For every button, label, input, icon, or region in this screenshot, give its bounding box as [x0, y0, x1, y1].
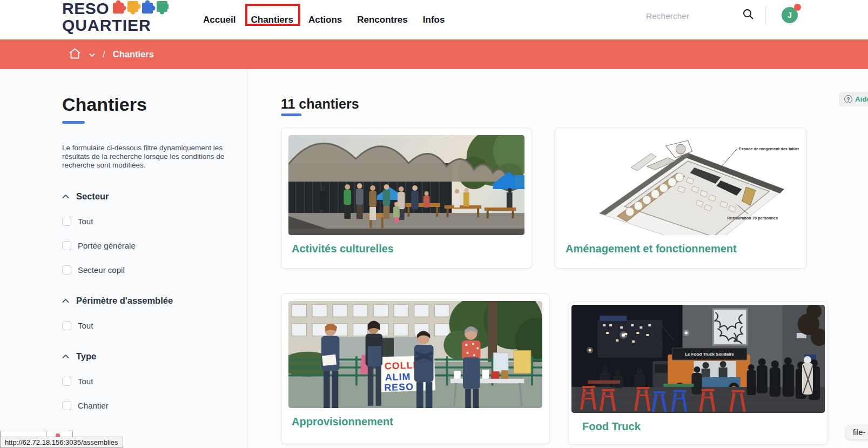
- filter-header-perimetre[interactable]: Périmètre d'assemblée: [62, 296, 225, 306]
- filter-description: Le formulaire ci-dessous filtre dynamiqu…: [62, 144, 225, 170]
- isometric-floorplan-drawing: Espace de rangement des tables Restaurat…: [562, 135, 799, 235]
- floorplan-annotation-bottom: Restauration 70 personnes: [727, 216, 778, 220]
- drag-ghost-text: file-: [853, 428, 865, 437]
- puzzle-pieces-icon: [112, 0, 169, 17]
- filter-option-secteur-copil[interactable]: Secteur copil: [62, 265, 225, 275]
- filter-option-tout[interactable]: Tout: [62, 217, 225, 226]
- assembly-card-activites-culturelles[interactable]: Activités culturelles: [281, 128, 532, 269]
- results-accent-underline: [281, 113, 301, 116]
- site-logo[interactable]: RESO QUARTIER: [62, 0, 169, 34]
- food-collection-team-photo: COLLE ALIM RESO: [288, 301, 542, 408]
- filter-group-type: Type Tout Chantier: [62, 351, 225, 410]
- drag-ghost-label: file-: [846, 425, 868, 439]
- chevron-up-icon: [62, 194, 69, 199]
- checkbox[interactable]: [62, 377, 71, 386]
- title-accent-underline: [62, 121, 85, 124]
- nav-item-actions[interactable]: Actions: [308, 15, 342, 25]
- nav-item-chantiers[interactable]: Chantiers: [251, 15, 293, 25]
- outdoor-cultural-event-photo: [288, 135, 524, 235]
- status-bar-url: http://62.72.18.156:3035/assemblies: [0, 437, 123, 448]
- nav-item-infos[interactable]: Infos: [423, 15, 445, 25]
- help-button[interactable]: ? Aide: [839, 92, 868, 106]
- banner-text-line3: RESO: [384, 381, 414, 393]
- night-food-truck-photo: Le Food Truck Solidaire: [571, 305, 825, 413]
- checkbox[interactable]: [62, 241, 71, 250]
- results-count-heading: 11 chantiers: [281, 96, 359, 112]
- card-title[interactable]: Aménagement et fonctionnement: [566, 243, 799, 255]
- help-label: Aide: [855, 95, 868, 103]
- chevron-up-icon: [62, 298, 69, 303]
- checkbox[interactable]: [62, 321, 71, 330]
- header-divider: [765, 6, 766, 24]
- home-icon[interactable]: [68, 47, 82, 62]
- search-icon[interactable]: [742, 8, 755, 23]
- question-circle-icon: ?: [844, 95, 852, 103]
- filter-option-tout[interactable]: Tout: [62, 321, 225, 330]
- floorplan-annotation-top: Espace de rangement des tables: [739, 146, 799, 151]
- nav-item-accueil[interactable]: Accueil: [203, 15, 235, 25]
- filters-sidebar: Chantiers Le formulaire ci-dessous filtr…: [0, 69, 247, 448]
- checkbox[interactable]: [62, 217, 71, 226]
- breadcrumb: / Chantiers: [68, 39, 154, 69]
- breadcrumb-bar: / Chantiers: [0, 39, 868, 69]
- filter-option-portee-generale[interactable]: Portée générale: [62, 241, 225, 250]
- chevron-down-icon[interactable]: [89, 50, 95, 59]
- nav-item-rencontres[interactable]: Rencontres: [357, 15, 408, 25]
- filter-option-tout[interactable]: Tout: [62, 377, 225, 386]
- top-header: RESO QUARTIER Accueil Chantiers Actions …: [0, 0, 868, 39]
- card-title[interactable]: Activités culturelles: [292, 243, 524, 255]
- logo-text-line1: RESO: [62, 1, 109, 16]
- logo-text-line2: QUARTIER: [62, 17, 169, 33]
- notification-dot: [794, 4, 801, 11]
- card-title[interactable]: Food Truck: [582, 420, 825, 433]
- assembly-card-food-truck[interactable]: Le Food Truck Solidaire: [568, 302, 828, 445]
- page-title: Chantiers: [62, 94, 225, 115]
- filter-title: Secteur: [76, 191, 109, 202]
- avatar-initial: J: [788, 11, 792, 19]
- checkbox[interactable]: [62, 401, 71, 410]
- filter-header-secteur[interactable]: Secteur: [62, 191, 225, 202]
- card-title[interactable]: Approvisionnement: [292, 416, 542, 428]
- breadcrumb-current: Chantiers: [113, 49, 154, 59]
- filter-group-secteur: Secteur Tout Portée générale Secteur cop…: [62, 191, 225, 275]
- filter-title: Périmètre d'assemblée: [76, 296, 173, 306]
- filter-group-perimetre: Périmètre d'assemblée Tout: [62, 296, 225, 330]
- breadcrumb-separator: /: [103, 49, 105, 60]
- chevron-up-icon: [62, 354, 69, 359]
- results-area: 11 chantiers ? Aide: [248, 69, 868, 448]
- search-input[interactable]: [646, 9, 735, 23]
- filter-title: Type: [76, 351, 96, 362]
- assembly-card-approvisionnement[interactable]: COLLE ALIM RESO: [281, 293, 550, 444]
- main-nav: Accueil Chantiers Actions Rencontres Inf…: [203, 0, 445, 39]
- filter-header-type[interactable]: Type: [62, 351, 225, 362]
- assembly-card-amenagement[interactable]: Espace de rangement des tables Restaurat…: [555, 128, 806, 269]
- filter-option-chantier[interactable]: Chantier: [62, 401, 225, 410]
- food-truck-sign-text: Le Food Truck Solidaire: [685, 352, 734, 357]
- checkbox[interactable]: [62, 265, 71, 275]
